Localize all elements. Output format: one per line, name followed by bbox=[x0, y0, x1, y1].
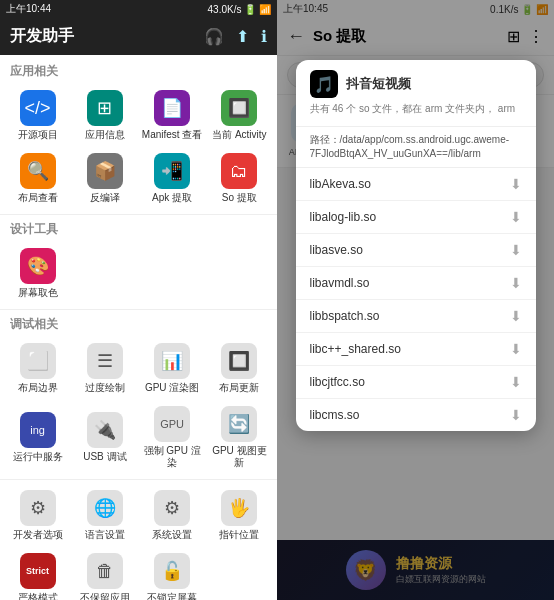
list-item: libcms.so ⬇ bbox=[296, 399, 536, 431]
so-label: So 提取 bbox=[222, 192, 257, 204]
apk-icon: 📲 bbox=[154, 153, 190, 189]
color-label: 屏幕取色 bbox=[18, 287, 58, 299]
grid-item-devoptions[interactable]: ⚙ 开发者选项 bbox=[4, 484, 71, 547]
grid-item-decompile[interactable]: 📦 反编译 bbox=[71, 147, 138, 210]
left-header: 开发助手 🎧 ⬆ ℹ bbox=[0, 18, 277, 55]
layoutborder-icon: ⬜ bbox=[20, 343, 56, 379]
left-status-right: 43.0K/s 🔋 📶 bbox=[208, 4, 271, 15]
color-icon: 🎨 bbox=[20, 248, 56, 284]
overdraw-label: 过度绘制 bbox=[85, 382, 125, 394]
devoptions-label: 开发者选项 bbox=[13, 529, 63, 541]
modal-overlay[interactable]: 🎵 抖音短视频 共有 46 个 so 文件，都在 arm 文件夹内， arm 路… bbox=[277, 0, 554, 600]
list-item: libbspatch.so ⬇ bbox=[296, 300, 536, 333]
gpuview-label: GPU 视图更新 bbox=[208, 445, 271, 469]
so-icon: 🗂 bbox=[221, 153, 257, 189]
grid-item-forcegpu[interactable]: GPU 强制 GPU 渲染 bbox=[139, 400, 206, 475]
modal-app-name: 抖音短视频 bbox=[346, 75, 411, 93]
activity-icon: 🔲 bbox=[221, 90, 257, 126]
grid-item-layoutupdate[interactable]: 🔲 布局更新 bbox=[206, 337, 273, 400]
grid-item-overdraw[interactable]: ☰ 过度绘制 bbox=[71, 337, 138, 400]
left-content: 应用相关 </> 开源项目 ⊞ 应用信息 📄 Manifest 查看 🔲 当前 … bbox=[0, 55, 277, 600]
syssettings-label: 系统设置 bbox=[152, 529, 192, 541]
gpuview-icon: 🔄 bbox=[221, 406, 257, 442]
activity-label: 当前 Activity bbox=[212, 129, 266, 141]
strict-icon: Strict bbox=[20, 553, 56, 589]
usb-label: USB 调试 bbox=[83, 451, 126, 463]
grid-item-lang[interactable]: 🌐 语言设置 bbox=[71, 484, 138, 547]
forcegpu-icon: GPU bbox=[154, 406, 190, 442]
modal-app-icon: 🎵 bbox=[310, 70, 338, 98]
grid-item-strict[interactable]: Strict 严格模式 bbox=[4, 547, 71, 600]
lang-label: 语言设置 bbox=[85, 529, 125, 541]
file-name: libcjtfcc.so bbox=[310, 375, 365, 389]
grid-item-runservice[interactable]: ing 运行中服务 bbox=[4, 400, 71, 475]
share-icon[interactable]: ⬆ bbox=[236, 27, 249, 46]
download-icon[interactable]: ⬇ bbox=[510, 374, 522, 390]
grid-item-activity[interactable]: 🔲 当前 Activity bbox=[206, 84, 273, 147]
gpu-icon: 📊 bbox=[154, 343, 190, 379]
layout-label: 布局查看 bbox=[18, 192, 58, 204]
grid-item-appinfo[interactable]: ⊞ 应用信息 bbox=[71, 84, 138, 147]
status-bar-left: 上午10:44 43.0K/s 🔋 📶 bbox=[0, 0, 277, 18]
noapp-icon: 🗑 bbox=[87, 553, 123, 589]
grid-item-nolock[interactable]: 🔓 不锁定屏幕 bbox=[139, 547, 206, 600]
grid-item-color[interactable]: 🎨 屏幕取色 bbox=[4, 242, 71, 305]
list-item: libcjtfcc.so ⬇ bbox=[296, 366, 536, 399]
modal-header: 🎵 抖音短视频 共有 46 个 so 文件，都在 arm 文件夹内， arm bbox=[296, 60, 536, 127]
section-debug: 调试相关 bbox=[0, 312, 277, 335]
grid-item-noapp[interactable]: 🗑 不保留应用 bbox=[71, 547, 138, 600]
section-app: 应用相关 bbox=[0, 59, 277, 82]
forcegpu-label: 强制 GPU 渲染 bbox=[141, 445, 204, 469]
app-grid: </> 开源项目 ⊞ 应用信息 📄 Manifest 查看 🔲 当前 Activ… bbox=[0, 82, 277, 212]
file-name: libasve.so bbox=[310, 243, 363, 257]
download-icon[interactable]: ⬇ bbox=[510, 176, 522, 192]
modal-app-row: 🎵 抖音短视频 bbox=[310, 70, 522, 98]
layoutupdate-icon: 🔲 bbox=[221, 343, 257, 379]
manifest-label: Manifest 查看 bbox=[142, 129, 203, 141]
left-app-title: 开发助手 bbox=[10, 26, 74, 47]
headphone-icon[interactable]: 🎧 bbox=[204, 27, 224, 46]
appinfo-icon: ⊞ bbox=[87, 90, 123, 126]
info-icon[interactable]: ℹ bbox=[261, 27, 267, 46]
decompile-icon: 📦 bbox=[87, 153, 123, 189]
grid-item-pointer[interactable]: 🖐 指针位置 bbox=[206, 484, 273, 547]
layout-icon: 🔍 bbox=[20, 153, 56, 189]
download-icon[interactable]: ⬇ bbox=[510, 341, 522, 357]
grid-item-gpuview[interactable]: 🔄 GPU 视图更新 bbox=[206, 400, 273, 475]
grid-item-usb[interactable]: 🔌 USB 调试 bbox=[71, 400, 138, 475]
grid-item-apk[interactable]: 📲 Apk 提取 bbox=[139, 147, 206, 210]
manifest-icon: 📄 bbox=[154, 90, 190, 126]
appinfo-label: 应用信息 bbox=[85, 129, 125, 141]
grid-item-layout[interactable]: 🔍 布局查看 bbox=[4, 147, 71, 210]
modal-card: 🎵 抖音短视频 共有 46 个 so 文件，都在 arm 文件夹内， arm 路… bbox=[296, 60, 536, 431]
pointer-label: 指针位置 bbox=[219, 529, 259, 541]
layoutborder-label: 布局边界 bbox=[18, 382, 58, 394]
file-name: libAkeva.so bbox=[310, 177, 371, 191]
nolock-icon: 🔓 bbox=[154, 553, 190, 589]
list-item: libavmdl.so ⬇ bbox=[296, 267, 536, 300]
strict-label: 严格模式 bbox=[18, 592, 58, 600]
grid-item-gpu[interactable]: 📊 GPU 渲染图 bbox=[139, 337, 206, 400]
grid-item-layoutborder[interactable]: ⬜ 布局边界 bbox=[4, 337, 71, 400]
usb-icon: 🔌 bbox=[87, 412, 123, 448]
list-item: libc++_shared.so ⬇ bbox=[296, 333, 536, 366]
syssettings-icon: ⚙ bbox=[154, 490, 190, 526]
divider-2 bbox=[0, 309, 277, 310]
file-name: libcms.so bbox=[310, 408, 360, 422]
grid-item-syssettings[interactable]: ⚙ 系统设置 bbox=[139, 484, 206, 547]
download-icon[interactable]: ⬇ bbox=[510, 407, 522, 423]
dev-grid: ⚙ 开发者选项 🌐 语言设置 ⚙ 系统设置 🖐 指针位置 Strict 严格模式… bbox=[0, 482, 277, 600]
grid-item-so[interactable]: 🗂 So 提取 bbox=[206, 147, 273, 210]
download-icon[interactable]: ⬇ bbox=[510, 209, 522, 225]
grid-item-opensource[interactable]: </> 开源项目 bbox=[4, 84, 71, 147]
download-icon[interactable]: ⬇ bbox=[510, 308, 522, 324]
layoutupdate-label: 布局更新 bbox=[219, 382, 259, 394]
opensource-label: 开源项目 bbox=[18, 129, 58, 141]
left-header-icons: 🎧 ⬆ ℹ bbox=[204, 27, 267, 46]
download-icon[interactable]: ⬇ bbox=[510, 242, 522, 258]
file-name: libbspatch.so bbox=[310, 309, 380, 323]
download-icon[interactable]: ⬇ bbox=[510, 275, 522, 291]
grid-item-manifest[interactable]: 📄 Manifest 查看 bbox=[139, 84, 206, 147]
runservice-icon: ing bbox=[20, 412, 56, 448]
opensource-icon: </> bbox=[20, 90, 56, 126]
